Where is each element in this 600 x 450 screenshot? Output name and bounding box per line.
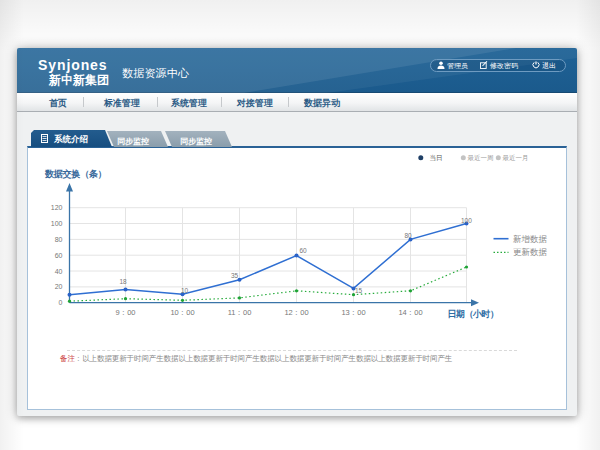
- svg-text:数据交换（条）: 数据交换（条）: [44, 169, 107, 179]
- svg-text:60: 60: [55, 252, 63, 259]
- svg-text:当日: 当日: [430, 154, 443, 161]
- svg-text:新增数据: 新增数据: [513, 234, 548, 244]
- svg-text:40: 40: [55, 268, 63, 275]
- svg-text:13：00: 13：00: [341, 308, 365, 317]
- svg-text:100: 100: [51, 220, 63, 227]
- svg-text:10：00: 10：00: [170, 308, 194, 317]
- svg-text:14：00: 14：00: [398, 308, 422, 317]
- svg-text:20: 20: [55, 283, 63, 290]
- svg-text:120: 120: [51, 204, 63, 211]
- svg-text:最近一月: 最近一月: [503, 154, 529, 162]
- svg-text:12：00: 12：00: [284, 308, 308, 317]
- svg-text:35: 35: [231, 272, 239, 279]
- svg-text:日期（小时）: 日期（小时）: [448, 309, 499, 319]
- svg-text:60: 60: [300, 247, 308, 254]
- svg-text:9：00: 9：00: [115, 308, 135, 317]
- svg-text:0: 0: [59, 299, 63, 306]
- svg-text:80: 80: [405, 232, 413, 239]
- svg-text:最近一周: 最近一周: [468, 154, 494, 161]
- svg-text:11：00: 11：00: [228, 308, 252, 317]
- svg-text:10: 10: [181, 287, 189, 294]
- svg-text:18: 18: [120, 278, 128, 285]
- svg-text:80: 80: [55, 236, 63, 243]
- svg-text:15: 15: [355, 287, 363, 294]
- svg-text:100: 100: [461, 217, 472, 224]
- svg-text:更新数据: 更新数据: [513, 247, 548, 257]
